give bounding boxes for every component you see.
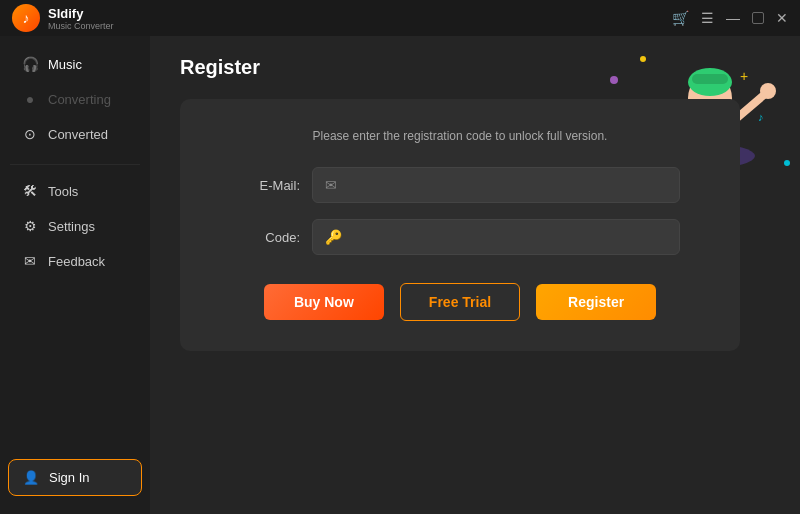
tools-icon: 🛠 — [22, 183, 38, 199]
action-buttons: Buy Now Free Trial Register — [240, 283, 680, 321]
sidebar-item-converted[interactable]: ⊙ Converted — [6, 117, 144, 151]
content-area: ♪ + ♪ Register — [150, 36, 800, 514]
titlebar-controls: 🛒 ☰ — ✕ — [672, 10, 788, 26]
main-layout: 🎧 Music ● Converting ⊙ Converted 🛠 Tools… — [0, 36, 800, 514]
sidebar-item-tools[interactable]: 🛠 Tools — [6, 174, 144, 208]
headphones-icon: 🎧 — [22, 56, 38, 72]
sidebar-item-converting: ● Converting — [6, 82, 144, 116]
sidebar-item-converting-label: Converting — [48, 92, 111, 107]
register-button[interactable]: Register — [536, 284, 656, 320]
sign-in-label: Sign In — [49, 470, 89, 485]
email-field[interactable] — [345, 178, 667, 193]
app-subtitle: Music Converter — [48, 21, 114, 31]
sidebar-tools-section: 🛠 Tools ⚙ Settings ✉ Feedback — [0, 173, 150, 279]
app-name: SIdify — [48, 6, 114, 21]
titlebar: ♪ SIdify Music Converter 🛒 ☰ — ✕ — [0, 0, 800, 36]
register-card: Please enter the registration code to un… — [180, 99, 740, 351]
email-row: E-Mail: ✉ — [240, 167, 680, 203]
register-description: Please enter the registration code to un… — [240, 129, 680, 143]
sign-in-button[interactable]: 👤 Sign In — [8, 459, 142, 496]
svg-point-9 — [760, 83, 776, 99]
sign-in-icon: 👤 — [23, 470, 39, 485]
email-input-wrapper[interactable]: ✉ — [312, 167, 680, 203]
sidebar-item-settings-label: Settings — [48, 219, 95, 234]
code-row: Code: 🔑 — [240, 219, 680, 255]
sidebar-item-feedback-label: Feedback — [48, 254, 105, 269]
email-icon: ✉ — [325, 177, 337, 193]
buy-now-button[interactable]: Buy Now — [264, 284, 384, 320]
page-title: Register — [180, 56, 770, 79]
code-label: Code: — [240, 230, 300, 245]
code-field[interactable] — [350, 230, 667, 245]
sidebar-item-music[interactable]: 🎧 Music — [6, 47, 144, 81]
sidebar-item-feedback[interactable]: ✉ Feedback — [6, 244, 144, 278]
cart-icon[interactable]: 🛒 — [672, 10, 689, 26]
key-icon: 🔑 — [325, 229, 342, 245]
app-name-block: SIdify Music Converter — [48, 6, 114, 31]
svg-text:♪: ♪ — [758, 111, 764, 123]
sidebar-main-section: 🎧 Music ● Converting ⊙ Converted — [0, 46, 150, 152]
sidebar-item-settings[interactable]: ⚙ Settings — [6, 209, 144, 243]
sidebar-item-music-label: Music — [48, 57, 82, 72]
close-icon[interactable]: ✕ — [776, 10, 788, 26]
app-branding: ♪ SIdify Music Converter — [12, 4, 114, 32]
email-label: E-Mail: — [240, 178, 300, 193]
sidebar-item-converted-label: Converted — [48, 127, 108, 142]
minimize-icon[interactable]: — — [726, 10, 740, 26]
code-input-wrapper[interactable]: 🔑 — [312, 219, 680, 255]
sidebar-spacer — [0, 283, 150, 451]
feedback-icon: ✉ — [22, 253, 38, 269]
sidebar-item-tools-label: Tools — [48, 184, 78, 199]
converting-icon: ● — [22, 91, 38, 107]
converted-icon: ⊙ — [22, 126, 38, 142]
sidebar-divider — [10, 164, 140, 165]
free-trial-button[interactable]: Free Trial — [400, 283, 520, 321]
menu-icon[interactable]: ☰ — [701, 10, 714, 26]
sidebar: 🎧 Music ● Converting ⊙ Converted 🛠 Tools… — [0, 36, 150, 514]
maximize-button[interactable] — [752, 12, 764, 24]
app-logo: ♪ — [12, 4, 40, 32]
settings-icon: ⚙ — [22, 218, 38, 234]
